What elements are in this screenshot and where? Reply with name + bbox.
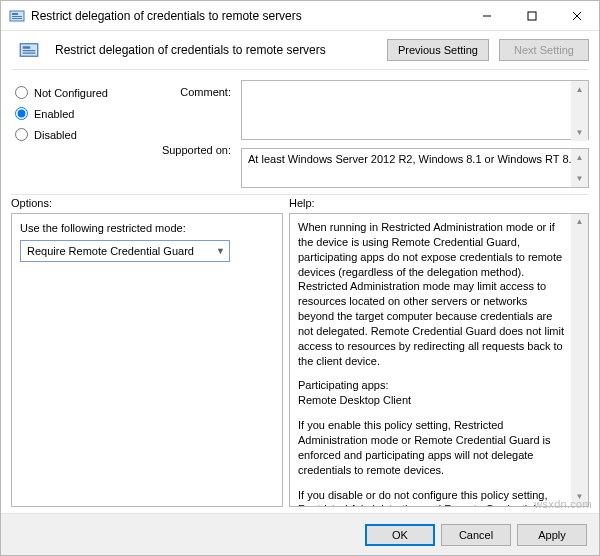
radio-not-configured[interactable]: Not Configured xyxy=(15,86,133,99)
restricted-mode-select[interactable]: Require Remote Credential Guard ▼ xyxy=(20,240,230,262)
options-heading: Options: xyxy=(11,197,289,209)
panes: Use the following restricted mode: Requi… xyxy=(1,213,599,513)
minimize-icon xyxy=(482,11,492,21)
scroll-up-icon: ▲ xyxy=(571,81,588,98)
restricted-mode-label: Use the following restricted mode: xyxy=(20,222,274,234)
config-area: Not Configured Enabled Disabled Comment:… xyxy=(1,70,599,194)
help-line: Participating apps: xyxy=(298,379,389,391)
radio-disabled-input[interactable] xyxy=(15,128,28,141)
next-setting-button[interactable]: Next Setting xyxy=(499,39,589,61)
scroll-down-icon: ▼ xyxy=(571,170,588,187)
supported-on-label: Supported on: xyxy=(162,144,231,156)
help-paragraph: Participating apps: Remote Desktop Clien… xyxy=(298,378,566,408)
field-values: ▲ ▼ At least Windows Server 2012 R2, Win… xyxy=(241,80,589,188)
svg-rect-1 xyxy=(12,13,18,15)
restricted-mode-value: Require Remote Credential Guard xyxy=(27,245,194,257)
svg-rect-5 xyxy=(528,12,536,20)
help-paragraph: If you disable or do not configure this … xyxy=(298,488,566,508)
field-labels: Comment: Supported on: xyxy=(143,80,231,188)
radio-not-configured-label: Not Configured xyxy=(34,87,108,99)
close-icon xyxy=(572,11,582,21)
help-pane: When running in Restricted Administratio… xyxy=(289,213,589,507)
help-scrollbar[interactable]: ▲ ▼ xyxy=(571,214,588,506)
comment-scrollbar[interactable]: ▲ ▼ xyxy=(571,81,588,141)
svg-rect-11 xyxy=(23,53,36,54)
radio-enabled-label: Enabled xyxy=(34,108,74,120)
supported-on-box: At least Windows Server 2012 R2, Windows… xyxy=(241,148,589,188)
policy-icon xyxy=(9,8,25,24)
cancel-button[interactable]: Cancel xyxy=(441,524,511,546)
scroll-up-icon: ▲ xyxy=(571,149,588,166)
banner: Restrict delegation of credentials to re… xyxy=(1,31,599,69)
svg-rect-10 xyxy=(23,50,36,51)
window-title: Restrict delegation of credentials to re… xyxy=(31,9,302,23)
chevron-down-icon: ▼ xyxy=(216,246,225,256)
state-radio-group: Not Configured Enabled Disabled xyxy=(15,80,133,188)
svg-rect-9 xyxy=(23,46,31,49)
comment-label: Comment: xyxy=(143,86,231,98)
radio-enabled-input[interactable] xyxy=(15,107,28,120)
previous-setting-button[interactable]: Previous Setting xyxy=(387,39,489,61)
supported-scrollbar[interactable]: ▲ ▼ xyxy=(571,149,588,187)
options-pane: Use the following restricted mode: Requi… xyxy=(11,213,283,507)
banner-title: Restrict delegation of credentials to re… xyxy=(55,43,326,57)
svg-rect-3 xyxy=(12,18,22,19)
radio-enabled[interactable]: Enabled xyxy=(15,107,133,120)
help-line: Remote Desktop Client xyxy=(298,394,411,406)
svg-rect-2 xyxy=(12,16,22,17)
supported-on-text: At least Windows Server 2012 R2, Windows… xyxy=(248,153,578,165)
footer: OK Cancel Apply xyxy=(1,513,599,555)
scroll-down-icon: ▼ xyxy=(571,489,588,506)
close-button[interactable] xyxy=(554,1,599,31)
help-paragraph: When running in Restricted Administratio… xyxy=(298,220,566,368)
maximize-icon xyxy=(527,11,537,21)
section-labels: Options: Help: xyxy=(1,195,599,213)
policy-large-icon xyxy=(19,40,39,60)
help-heading: Help: xyxy=(289,197,589,209)
apply-button[interactable]: Apply xyxy=(517,524,587,546)
radio-not-configured-input[interactable] xyxy=(15,86,28,99)
scroll-up-icon: ▲ xyxy=(571,214,588,231)
radio-disabled-label: Disabled xyxy=(34,129,77,141)
minimize-button[interactable] xyxy=(464,1,509,31)
scroll-down-icon: ▼ xyxy=(571,124,588,141)
radio-disabled[interactable]: Disabled xyxy=(15,128,133,141)
dialog-window: Restrict delegation of credentials to re… xyxy=(0,0,600,556)
help-paragraph: If you enable this policy setting, Restr… xyxy=(298,418,566,477)
titlebar: Restrict delegation of credentials to re… xyxy=(1,1,599,31)
maximize-button[interactable] xyxy=(509,1,554,31)
comment-input[interactable] xyxy=(241,80,589,140)
ok-button[interactable]: OK xyxy=(365,524,435,546)
